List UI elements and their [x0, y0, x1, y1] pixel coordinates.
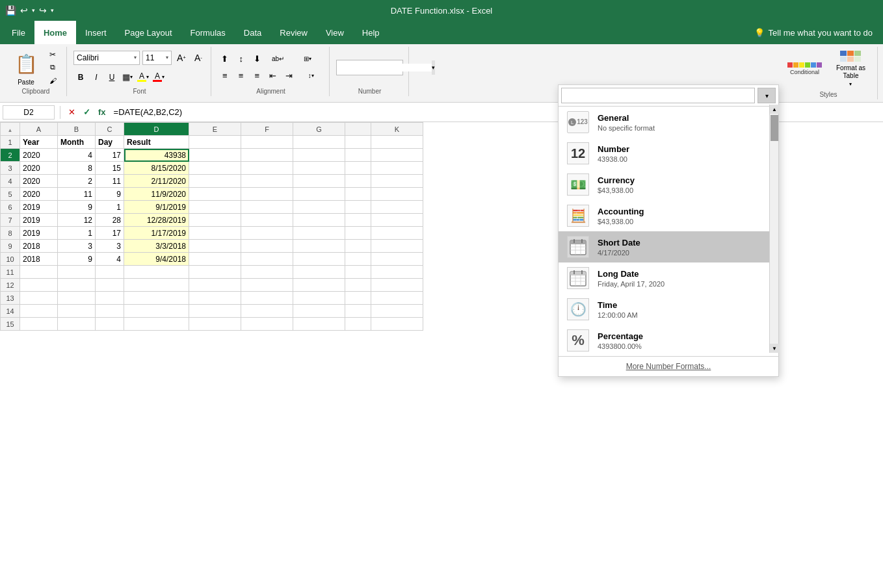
font-color-button[interactable]: A ▾: [152, 70, 166, 84]
cell-b2[interactable]: 4: [58, 149, 96, 162]
font-size-selector[interactable]: 11 ▾: [142, 51, 172, 65]
cell-b9[interactable]: 3: [58, 240, 96, 253]
align-bottom-button[interactable]: ⬇: [250, 52, 265, 66]
cell-reference-box[interactable]: D2: [3, 105, 55, 120]
wrap-text-button[interactable]: ab↵: [267, 52, 290, 66]
cell-a8[interactable]: 2019: [20, 227, 58, 240]
align-top-button[interactable]: ⬆: [218, 52, 232, 66]
cell-e9[interactable]: [189, 240, 241, 253]
cell-b6[interactable]: 9: [58, 201, 96, 214]
cell-a2[interactable]: 2020: [20, 149, 58, 162]
cell-k9[interactable]: [371, 240, 423, 253]
scroll-up-button[interactable]: ▲: [770, 105, 779, 114]
cell-b4[interactable]: 2: [58, 175, 96, 188]
menu-insert[interactable]: Insert: [76, 21, 116, 44]
cell-f1[interactable]: [241, 136, 293, 149]
cell-c5[interactable]: 9: [96, 188, 124, 201]
col-header-d[interactable]: D: [124, 123, 189, 136]
cell-g6[interactable]: [293, 201, 345, 214]
format-item-shortdate[interactable]: Short Date 4/17/2020: [559, 231, 778, 262]
col-header-e[interactable]: E: [189, 123, 241, 136]
cell-g7[interactable]: [293, 214, 345, 227]
font-decrease-button[interactable]: A-: [191, 51, 205, 65]
cell-k7[interactable]: [371, 214, 423, 227]
row-num-10[interactable]: 10: [1, 253, 20, 266]
cell-g10[interactable]: [293, 253, 345, 266]
cell-e4[interactable]: [189, 175, 241, 188]
insert-function-icon[interactable]: fx: [96, 107, 109, 117]
cell-g4[interactable]: [293, 175, 345, 188]
underline-button[interactable]: U: [105, 70, 119, 84]
menu-file[interactable]: File: [3, 21, 34, 44]
cell-a9[interactable]: 2018: [20, 240, 58, 253]
cell-d5[interactable]: 11/9/2020: [124, 188, 189, 201]
undo-dropdown-icon[interactable]: ▾: [32, 7, 35, 14]
menu-page-layout[interactable]: Page Layout: [116, 21, 181, 44]
cell-a1[interactable]: Year: [20, 136, 58, 149]
cell-f3[interactable]: [241, 162, 293, 175]
cell-a5[interactable]: 2020: [20, 188, 58, 201]
cell-c2[interactable]: 17: [96, 149, 124, 162]
menu-formulas[interactable]: Formulas: [181, 21, 235, 44]
cell-d4[interactable]: 2/11/2020: [124, 175, 189, 188]
row-num-7[interactable]: 7: [1, 214, 20, 227]
cell-b8[interactable]: 1: [58, 227, 96, 240]
row-num-13[interactable]: 13: [1, 292, 20, 305]
row-num-3[interactable]: 3: [1, 162, 20, 175]
cell-k8[interactable]: [371, 227, 423, 240]
text-direction-button[interactable]: ↕▾: [298, 69, 324, 83]
cell-e8[interactable]: [189, 227, 241, 240]
col-header-c[interactable]: C: [96, 123, 124, 136]
cell-b7[interactable]: 12: [58, 214, 96, 227]
row-num-15[interactable]: 15: [1, 318, 20, 331]
format-item-number[interactable]: 12 Number 43938.00: [559, 138, 778, 169]
cancel-formula-icon[interactable]: ✕: [66, 107, 78, 117]
col-header-b[interactable]: B: [58, 123, 96, 136]
cell-c10[interactable]: 4: [96, 253, 124, 266]
cell-k3[interactable]: [371, 162, 423, 175]
cell-c6[interactable]: 1: [96, 201, 124, 214]
number-format-input[interactable]: [337, 64, 432, 71]
cell-k10[interactable]: [371, 253, 423, 266]
cell-f5[interactable]: [241, 188, 293, 201]
more-number-formats-link[interactable]: More Number Formats...: [559, 356, 778, 376]
menu-help[interactable]: Help: [353, 21, 389, 44]
tell-me-box[interactable]: 💡 Tell me what you want to do: [746, 21, 880, 44]
cell-k4[interactable]: [371, 175, 423, 188]
number-format-box[interactable]: ▾: [336, 60, 403, 75]
cell-d3[interactable]: 8/15/2020: [124, 162, 189, 175]
cell-c8[interactable]: 17: [96, 227, 124, 240]
format-painter-button[interactable]: 🖌: [44, 75, 61, 86]
format-item-percentage[interactable]: % Percentage 4393800.00%: [559, 325, 778, 356]
row-num-4[interactable]: 4: [1, 175, 20, 188]
cell-d8[interactable]: 1/17/2019: [124, 227, 189, 240]
cell-b5[interactable]: 11: [58, 188, 96, 201]
menu-review[interactable]: Review: [270, 21, 317, 44]
cell-d2[interactable]: 43938: [124, 149, 189, 162]
paste-button[interactable]: 📋 Paste: [10, 49, 42, 86]
cell-e1[interactable]: [189, 136, 241, 149]
format-as-table-button[interactable]: Format asTable ▾: [830, 48, 872, 90]
format-item-currency[interactable]: 💵 Currency $43,938.00: [559, 169, 778, 200]
col-header-a[interactable]: A: [20, 123, 58, 136]
merge-center-button[interactable]: ⊞▾: [291, 52, 324, 66]
cell-d6[interactable]: 9/1/2019: [124, 201, 189, 214]
cell-e5[interactable]: [189, 188, 241, 201]
format-item-accounting[interactable]: 🧮 Accounting $43,938.00: [559, 200, 778, 231]
cell-e6[interactable]: [189, 201, 241, 214]
number-format-dropdown-btn[interactable]: ▾: [432, 60, 435, 75]
cell-f4[interactable]: [241, 175, 293, 188]
cell-a10[interactable]: 2018: [20, 253, 58, 266]
row-num-12[interactable]: 12: [1, 279, 20, 292]
cell-e10[interactable]: [189, 253, 241, 266]
cell-k5[interactable]: [371, 188, 423, 201]
cell-f9[interactable]: [241, 240, 293, 253]
format-item-time[interactable]: 🕛 Time 12:00:00 AM: [559, 294, 778, 325]
cell-c4[interactable]: 11: [96, 175, 124, 188]
cell-f6[interactable]: [241, 201, 293, 214]
cell-e2[interactable]: [189, 149, 241, 162]
scroll-thumb[interactable]: [771, 115, 778, 141]
row-num-6[interactable]: 6: [1, 201, 20, 214]
cell-g9[interactable]: [293, 240, 345, 253]
cell-g5[interactable]: [293, 188, 345, 201]
